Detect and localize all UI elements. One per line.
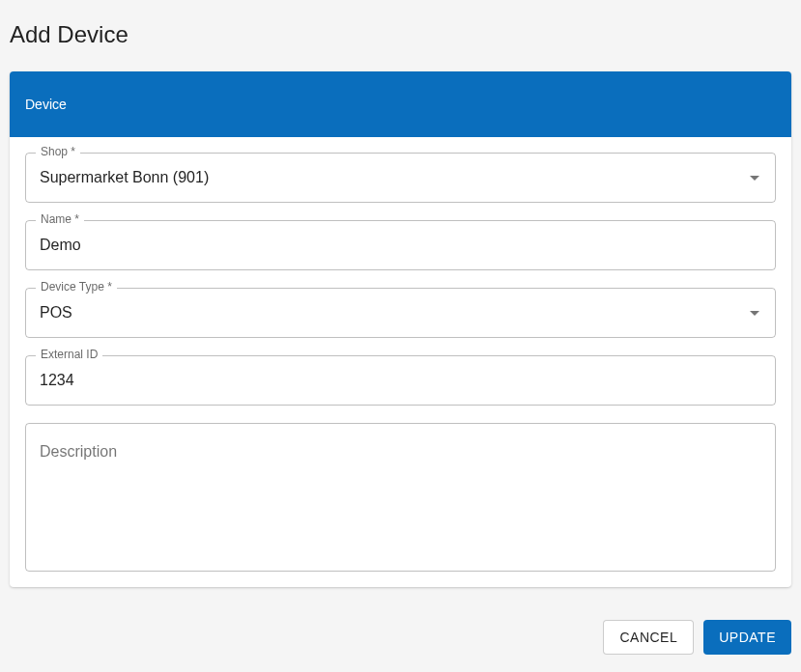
shop-select[interactable]: Supermarket Bonn (901) [26, 154, 775, 202]
card-header: Device [10, 71, 791, 137]
device-type-label: Device Type * [36, 280, 117, 294]
card-body: Shop * Supermarket Bonn (901) Name * Dev… [10, 137, 791, 587]
device-type-select[interactable]: POS [26, 289, 775, 337]
external-id-input[interactable] [26, 356, 775, 405]
description-textarea[interactable] [26, 424, 775, 567]
shop-field: Shop * Supermarket Bonn (901) [25, 153, 776, 203]
device-type-select-value: POS [40, 304, 72, 322]
name-field: Name * [25, 220, 776, 270]
device-type-field: Device Type * POS [25, 288, 776, 338]
action-bar: Cancel Update [10, 587, 791, 655]
chevron-down-icon [750, 311, 759, 316]
chevron-down-icon [750, 176, 759, 181]
device-card: Device Shop * Supermarket Bonn (901) Nam… [10, 71, 791, 587]
shop-label: Shop * [36, 145, 80, 158]
name-input[interactable] [26, 221, 775, 269]
update-button[interactable]: Update [703, 620, 791, 655]
cancel-button[interactable]: Cancel [603, 620, 694, 655]
shop-select-value: Supermarket Bonn (901) [40, 169, 209, 186]
external-id-label: External ID [36, 348, 102, 361]
description-field [25, 423, 776, 572]
page-title: Add Device [10, 21, 791, 48]
name-label: Name * [36, 212, 84, 226]
external-id-field: External ID [25, 355, 776, 406]
